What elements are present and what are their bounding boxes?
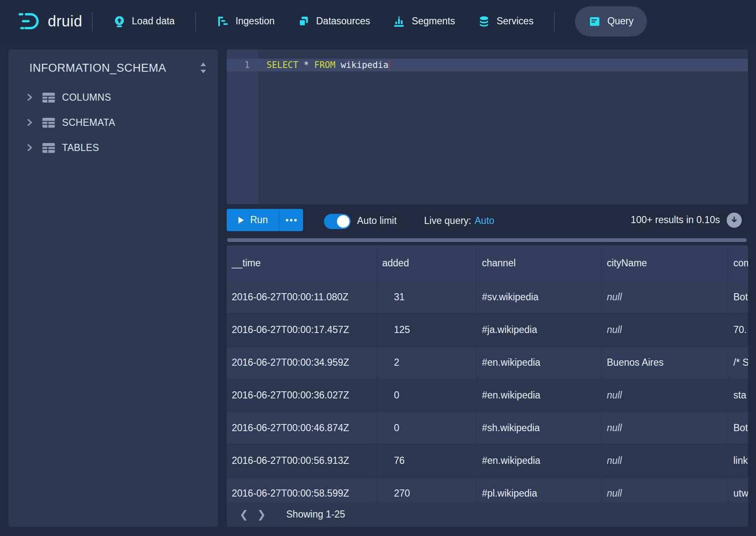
- bar-chart-icon: [393, 15, 405, 28]
- chevron-left-icon[interactable]: ❮: [235, 506, 253, 523]
- line-number: 1: [227, 59, 259, 71]
- live-query: Live query:Auto: [424, 215, 495, 226]
- schema-tree: COLUMNSSCHEMATATABLES: [8, 85, 218, 160]
- table-cell[interactable]: Bot: [728, 281, 748, 313]
- table-cell[interactable]: null: [602, 412, 728, 444]
- live-query-value[interactable]: Auto: [475, 215, 495, 226]
- schema-title: INFORMATION_SCHEMA: [29, 62, 166, 75]
- horizontal-scrollbar[interactable]: [227, 238, 747, 242]
- table-cell[interactable]: 31: [377, 281, 477, 313]
- upload-icon: [113, 15, 126, 28]
- chevron-right-icon[interactable]: ❯: [253, 506, 270, 523]
- console-icon: [588, 15, 601, 28]
- table-cell[interactable]: #pl.wikipedia: [477, 477, 602, 502]
- table-cell[interactable]: 2016-06-27T00:00:46.874Z: [227, 412, 377, 444]
- nav-item-label: Datasources: [316, 16, 370, 27]
- table-cell[interactable]: null: [602, 477, 728, 502]
- text-cursor: [389, 61, 390, 70]
- table-icon: [42, 142, 55, 154]
- table-cell[interactable]: null: [602, 445, 728, 477]
- table-row: 2016-06-27T00:00:11.080Z31#sv.wikipedian…: [227, 281, 748, 314]
- table-cell[interactable]: #sv.wikipedia: [477, 281, 602, 313]
- play-icon: [238, 216, 244, 224]
- run-button-group: Run: [227, 209, 303, 231]
- table-cell[interactable]: 0: [377, 379, 477, 411]
- table-cell[interactable]: /* S: [728, 346, 748, 379]
- results-body: 2016-06-27T00:00:11.080Z31#sv.wikipedian…: [227, 281, 748, 502]
- table-cell[interactable]: #ja.wikipedia: [477, 314, 602, 346]
- sql-token: *: [298, 60, 314, 70]
- download-button[interactable]: [727, 213, 742, 228]
- chevron-right-icon: [25, 118, 34, 127]
- nav-item-label: Segments: [412, 16, 455, 27]
- table-cell[interactable]: 0: [377, 412, 477, 444]
- editor-gutter: [227, 49, 259, 204]
- table-cell[interactable]: 2016-06-27T00:00:17.457Z: [227, 314, 377, 346]
- nav-item-datasources[interactable]: Datasources: [286, 0, 381, 42]
- table-cell[interactable]: link: [728, 445, 748, 477]
- code-line: SELECT * FROM wikipedia: [267, 59, 390, 71]
- table-cell[interactable]: #sh.wikipedia: [477, 412, 602, 444]
- table-row: 2016-06-27T00:00:17.457Z125#ja.wikipedia…: [227, 314, 748, 346]
- table-cell[interactable]: 270: [377, 477, 477, 502]
- more-options-button[interactable]: [279, 209, 303, 231]
- table-cell[interactable]: utw: [728, 477, 748, 502]
- run-button[interactable]: Run: [227, 209, 279, 231]
- nav-item-label: Services: [497, 16, 533, 27]
- table-cell[interactable]: #en.wikipedia: [477, 445, 602, 477]
- download-icon: [730, 216, 739, 225]
- sidebar-item-columns[interactable]: COLUMNS: [8, 85, 218, 110]
- sidebar-item-schemata[interactable]: SCHEMATA: [8, 110, 218, 135]
- table-cell[interactable]: null: [602, 379, 728, 411]
- table-cell[interactable]: Buenos Aires: [602, 346, 728, 379]
- druid-logo[interactable]: druid: [17, 11, 83, 32]
- database-icon: [478, 15, 490, 28]
- table-cell[interactable]: 70.: [728, 314, 748, 346]
- nav-item-query[interactable]: Query: [575, 6, 647, 36]
- table-cell[interactable]: 2016-06-27T00:00:58.599Z: [227, 477, 377, 502]
- table-cell[interactable]: 2016-06-27T00:00:11.080Z: [227, 281, 377, 313]
- sidebar-item-tables[interactable]: TABLES: [8, 135, 218, 160]
- table-cell[interactable]: #en.wikipedia: [477, 346, 602, 379]
- ellipsis-icon: [286, 219, 288, 221]
- column-header-channel[interactable]: channel: [477, 245, 602, 281]
- table-icon: [42, 91, 55, 103]
- sidebar-item-label: COLUMNS: [62, 92, 111, 103]
- chevron-right-icon: [25, 93, 34, 102]
- stacked-squares-icon: [297, 15, 310, 28]
- druid-logo-icon: [17, 11, 41, 32]
- table-cell[interactable]: 2016-06-27T00:00:34.959Z: [227, 346, 377, 379]
- table-cell[interactable]: null: [602, 314, 728, 346]
- double-caret-vertical-icon[interactable]: [198, 62, 210, 74]
- navbar-divider: [92, 11, 93, 31]
- gantt-chart-icon: [217, 15, 229, 28]
- sql-editor[interactable]: 1 SELECT * FROM wikipedia: [227, 49, 748, 204]
- nav-item-ingestion[interactable]: Ingestion: [205, 0, 286, 42]
- column-header-cityName[interactable]: cityName: [602, 245, 728, 281]
- top-navbar: druid Load dataIngestionDatasourcesSegme…: [0, 0, 756, 42]
- run-label: Run: [250, 214, 268, 226]
- table-cell[interactable]: sta: [728, 379, 748, 411]
- table-cell[interactable]: 125: [377, 314, 477, 346]
- table-cell[interactable]: 2016-06-27T00:00:56.913Z: [227, 445, 377, 477]
- table-cell[interactable]: 2: [377, 346, 477, 379]
- sql-token: wikipedia: [335, 60, 388, 70]
- column-header-added[interactable]: added: [377, 245, 477, 281]
- sidebar-item-label: SCHEMATA: [62, 117, 115, 128]
- results-header-row: __timeaddedchannelcityNamecomment: [227, 245, 748, 281]
- column-header-time[interactable]: __time: [227, 245, 377, 281]
- nav-item-load-data[interactable]: Load data: [102, 0, 186, 42]
- column-header-comment[interactable]: comment: [728, 245, 748, 281]
- nav-item-services[interactable]: Services: [466, 0, 545, 42]
- nav-item-segments[interactable]: Segments: [381, 0, 466, 42]
- table-cell[interactable]: null: [602, 281, 728, 313]
- table-cell[interactable]: Bot: [728, 412, 748, 444]
- nav-item-label: Ingestion: [236, 16, 274, 27]
- table-cell[interactable]: 76: [377, 445, 477, 477]
- results-footer: ❮ ❯ Showing 1-25: [227, 502, 748, 527]
- table-cell[interactable]: #en.wikipedia: [477, 379, 602, 411]
- auto-limit-toggle[interactable]: [324, 214, 351, 229]
- table-icon: [42, 117, 55, 128]
- logo-wordmark: druid: [48, 13, 83, 30]
- table-cell[interactable]: 2016-06-27T00:00:36.027Z: [227, 379, 377, 411]
